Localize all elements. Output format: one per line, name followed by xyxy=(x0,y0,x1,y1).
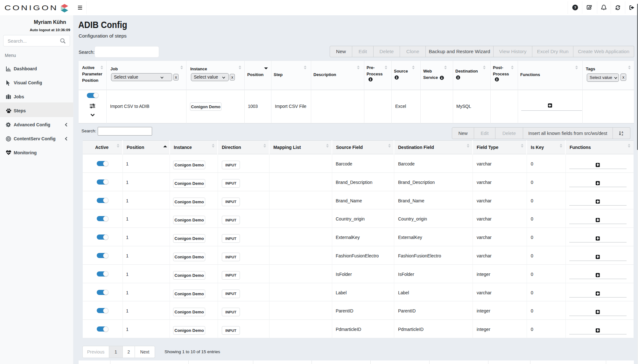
svg-text:Z: Z xyxy=(622,133,623,135)
svg-text:?: ? xyxy=(574,6,576,10)
